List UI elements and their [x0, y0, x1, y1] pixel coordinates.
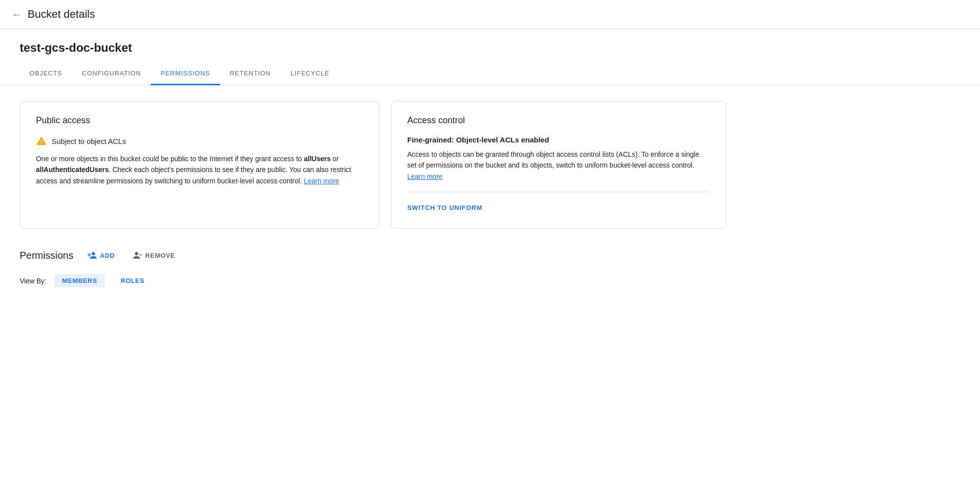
public-access-body: One or more objects in this bucket could… [36, 153, 363, 186]
all-auth-users-bold: allAuthenticatedUsers [36, 166, 109, 173]
add-permissions-button[interactable]: ADD [83, 248, 119, 262]
body-text-2: or [330, 155, 338, 163]
tab-objects[interactable]: OBJECTS [20, 63, 72, 85]
cards-row: Public access Subject to object ACLs One… [20, 101, 960, 229]
add-btn-label: ADD [100, 252, 115, 259]
access-control-body: Access to objects can be granted through… [407, 149, 710, 182]
back-arrow-icon: ← [12, 9, 22, 20]
view-by-members-button[interactable]: MEMBERS [54, 274, 105, 287]
tab-lifecycle[interactable]: LIFECYCLE [281, 63, 339, 85]
all-users-bold: allUsers [304, 155, 330, 163]
access-control-bottom: SWITCH TO UNIFORM [407, 192, 710, 214]
view-by-label: View By: [20, 277, 46, 285]
public-access-title: Public access [36, 115, 363, 126]
remove-btn-label: REMOVE [145, 252, 175, 259]
access-control-learn-more-link[interactable]: Learn more [407, 173, 443, 180]
access-control-card: Access control Fine-grained: Object-leve… [391, 101, 726, 229]
tab-configuration[interactable]: CONFIGURATION [72, 63, 151, 85]
public-access-card: Public access Subject to object ACLs One… [20, 101, 379, 229]
tab-permissions[interactable]: PERMISSIONS [151, 63, 220, 85]
view-by-roles-button[interactable]: ROLES [113, 274, 152, 287]
access-control-top: Access control Fine-grained: Object-leve… [407, 115, 710, 192]
warning-label: Subject to object ACLs [52, 137, 126, 145]
person-add-icon [87, 250, 97, 260]
person-remove-icon [132, 250, 142, 260]
body-text-1: One or more objects in this bucket could… [36, 155, 304, 163]
public-access-learn-more-link[interactable]: Learn more [304, 177, 339, 185]
access-control-description: Access to objects can be granted through… [407, 150, 699, 169]
tabs-container: OBJECTS CONFIGURATION PERMISSIONS RETENT… [0, 63, 980, 85]
remove-permissions-button[interactable]: REMOVE [129, 248, 179, 262]
switch-to-uniform-button[interactable]: SWITCH TO UNIFORM [407, 201, 482, 214]
warning-row: Subject to object ACLs [36, 136, 363, 146]
view-by-row: View By: MEMBERS ROLES [20, 274, 960, 287]
main-content: Public access Subject to object ACLs One… [0, 85, 980, 303]
warning-triangle-icon [36, 136, 47, 146]
tab-retention[interactable]: RETENTION [220, 63, 281, 85]
permissions-section-title: Permissions [20, 250, 73, 261]
access-control-bold-description: Fine-grained: Object-level ACLs enabled [407, 136, 710, 144]
page-title: Bucket details [28, 8, 95, 21]
back-button[interactable]: ← [12, 9, 22, 20]
header-bar: ← Bucket details [0, 0, 980, 29]
bucket-name: test-gcs-doc-bucket [0, 29, 980, 55]
permissions-section: Permissions ADD REMOVE View By: MEMBERS … [20, 248, 960, 287]
permissions-header: Permissions ADD REMOVE [20, 248, 960, 262]
access-control-title: Access control [407, 115, 710, 126]
